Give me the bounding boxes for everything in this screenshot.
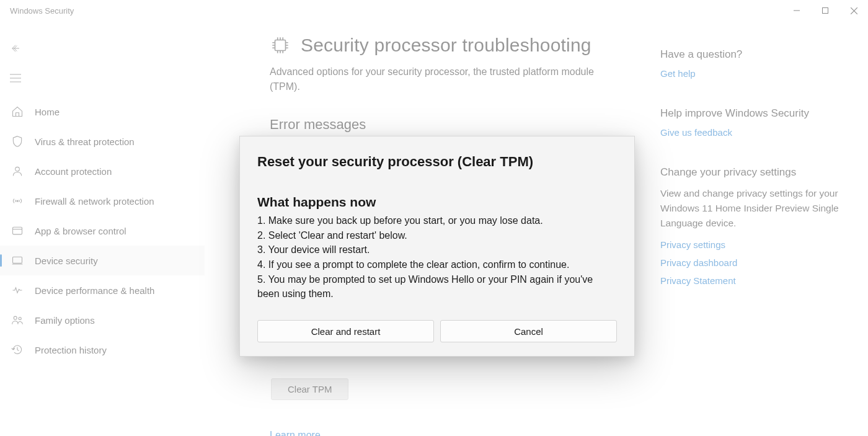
sidebar-item-home[interactable]: Home	[0, 97, 205, 127]
svg-point-6	[19, 317, 21, 319]
learn-more-link[interactable]: Learn more	[270, 430, 321, 436]
close-button[interactable]	[839, 0, 868, 21]
help-question-heading: Have a question?	[660, 48, 846, 61]
sidebar-item-history[interactable]: Protection history	[0, 335, 205, 365]
error-messages-heading: Error messages	[270, 117, 623, 133]
sidebar-item-label: App & browser control	[35, 226, 205, 236]
sidebar-item-label: Device performance & health	[35, 285, 205, 296]
hamburger-button[interactable]	[0, 63, 30, 93]
privacy-heading: Change your privacy settings	[660, 166, 846, 179]
device-icon	[10, 253, 25, 268]
sidebar-item-family[interactable]: Family options	[0, 305, 205, 335]
improve-heading: Help improve Windows Security	[660, 107, 846, 120]
svg-rect-4	[13, 257, 22, 263]
privacy-dashboard-link[interactable]: Privacy dashboard	[660, 257, 846, 268]
app-icon	[10, 223, 25, 238]
sidebar: Home Virus & threat protection Account p…	[0, 21, 205, 436]
dialog-steps: 1. Make sure you back up before you star…	[257, 213, 617, 301]
maximize-button[interactable]	[811, 0, 839, 21]
clear-tpm-dialog: Reset your security processor (Clear TPM…	[239, 136, 635, 357]
page-subtitle: Advanced options for your security proce…	[270, 65, 604, 94]
dialog-step: 4. If you see a prompt to complete the c…	[257, 257, 617, 272]
svg-rect-7	[275, 40, 286, 51]
dialog-buttons: Clear and restart Cancel	[257, 320, 617, 342]
dialog-step: 3. Your device will restart.	[257, 242, 617, 257]
feedback-link[interactable]: Give us feedback	[660, 127, 846, 138]
heartbeat-icon	[10, 283, 25, 298]
minimize-button[interactable]	[782, 0, 811, 21]
clear-and-restart-button[interactable]: Clear and restart	[257, 320, 434, 342]
cancel-button[interactable]: Cancel	[440, 320, 617, 342]
sidebar-item-label: Home	[35, 107, 205, 117]
get-help-link[interactable]: Get help	[660, 68, 846, 79]
window-title: Windows Security	[10, 6, 74, 16]
page-header: Security processor troubleshooting	[270, 35, 623, 56]
dialog-subtitle: What happens now	[257, 195, 617, 210]
sidebar-item-label: Virus & threat protection	[35, 136, 205, 147]
svg-point-2	[17, 200, 18, 202]
right-column: Have a question? Get help Help improve W…	[660, 35, 846, 436]
page-title: Security processor troubleshooting	[301, 35, 591, 56]
sidebar-item-label: Family options	[35, 315, 205, 326]
sidebar-item-label: Protection history	[35, 345, 205, 355]
wifi-icon	[10, 194, 25, 208]
svg-point-5	[14, 316, 17, 319]
privacy-statement-link[interactable]: Privacy Statement	[660, 275, 846, 286]
sidebar-item-app-browser[interactable]: App & browser control	[0, 216, 205, 246]
dialog-step: 2. Select 'Clear and restart' below.	[257, 228, 617, 243]
nav-list: Home Virus & threat protection Account p…	[0, 97, 205, 365]
family-icon	[10, 313, 25, 327]
sidebar-item-account[interactable]: Account protection	[0, 156, 205, 186]
dialog-title: Reset your security processor (Clear TPM…	[257, 154, 617, 170]
user-icon	[10, 164, 25, 179]
back-button[interactable]	[0, 33, 30, 63]
sidebar-item-virus[interactable]: Virus & threat protection	[0, 127, 205, 156]
chip-icon	[270, 35, 291, 56]
svg-rect-3	[13, 227, 22, 234]
window-controls	[782, 0, 868, 21]
dialog-step: 1. Make sure you back up before you star…	[257, 213, 617, 228]
sidebar-item-label: Device security	[35, 256, 205, 266]
title-bar: Windows Security	[0, 0, 868, 21]
history-icon	[10, 342, 25, 357]
sidebar-item-performance[interactable]: Device performance & health	[0, 275, 205, 305]
clear-tpm-button[interactable]: Clear TPM	[271, 378, 348, 400]
svg-point-1	[16, 167, 20, 171]
sidebar-item-firewall[interactable]: Firewall & network protection	[0, 186, 205, 216]
privacy-body: View and change privacy settings for you…	[660, 186, 846, 231]
home-icon	[10, 104, 25, 119]
sidebar-item-device-security[interactable]: Device security	[0, 246, 205, 275]
sidebar-item-label: Account protection	[35, 166, 205, 177]
privacy-settings-link[interactable]: Privacy settings	[660, 239, 846, 250]
shield-icon	[10, 134, 25, 149]
sidebar-item-label: Firewall & network protection	[35, 196, 205, 207]
dialog-step: 5. You may be prompted to set up Windows…	[257, 272, 617, 301]
svg-rect-0	[823, 8, 828, 14]
